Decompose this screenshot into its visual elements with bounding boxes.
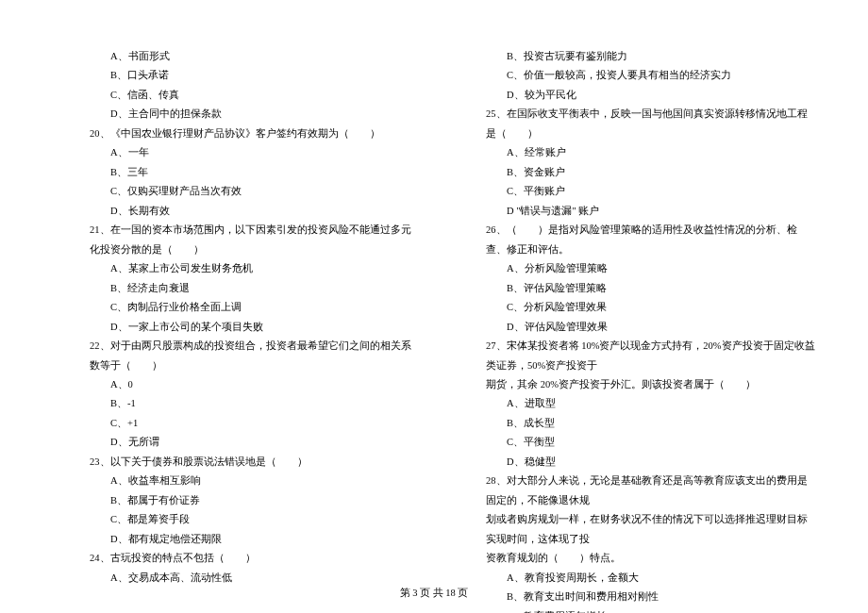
q19-opt-b: B、口头承诺	[90, 66, 420, 85]
q24-stem: 24、古玩投资的特点不包括（ ）	[90, 549, 420, 568]
q24-opt-b: B、投资古玩要有鉴别能力	[486, 47, 816, 66]
q20-opt-a: A、一年	[90, 143, 420, 162]
q20-opt-c: C、仅购买理财产品当次有效	[90, 182, 420, 201]
q23-opt-b: B、都属于有价证券	[90, 491, 420, 510]
q27-stem-l1: 27、宋体某投资者将 10%资产以现金方式持有，20%资产投资于固定收益类证券，…	[486, 337, 816, 375]
q23-opt-c: C、都是筹资手段	[90, 510, 420, 529]
q24-opt-c: C、价值一般较高，投资人要具有相当的经济实力	[486, 66, 816, 85]
q25-opt-c: C、平衡账户	[486, 182, 816, 201]
q26-opt-d: D、评估风险管理效果	[486, 318, 816, 337]
q24-opt-a: A、交易成本高、流动性低	[90, 569, 420, 588]
q21-stem: 21、在一国的资本市场范围内，以下因素引发的投资风险不能通过多元化投资分散的是（…	[90, 221, 420, 259]
page-footer: 第 3 页 共 18 页	[0, 587, 868, 600]
q19-opt-c: C、信函、传真	[90, 86, 420, 105]
q20-opt-d: D、长期有效	[90, 202, 420, 221]
q22-opt-a: A、0	[90, 375, 420, 394]
q19-opt-a: A、书面形式	[90, 47, 420, 66]
q25-stem: 25、在国际收支平衡表中，反映一国与他国间真实资源转移情况地工程是（ ）	[486, 105, 816, 143]
q21-opt-b: B、经济走向衰退	[90, 279, 420, 298]
q23-opt-a: A、收益率相互影响	[90, 472, 420, 490]
q20-opt-b: B、三年	[90, 163, 420, 182]
q21-opt-a: A、某家上市公司发生财务危机	[90, 259, 420, 278]
q25-opt-a: A、经常账户	[486, 143, 816, 162]
q28-stem-l1: 28、对大部分人来说，无论是基础教育还是高等教育应该支出的费用是固定的，不能像退…	[486, 472, 816, 510]
q28-opt-a: A、教育投资周期长，金额大	[486, 569, 816, 588]
q23-opt-d: D、都有规定地偿还期限	[90, 530, 420, 549]
q22-stem: 22、对于由两只股票构成的投资组合，投资者最希望它们之间的相关系数等于（ ）	[90, 337, 420, 375]
q21-opt-d: D、一家上市公司的某个项目失败	[90, 318, 420, 337]
q28-opt-c: C、教育费用逐年增长	[486, 607, 816, 613]
q28-stem-l2: 划或者购房规划一样，在财务状况不佳的情况下可以选择推迟理财目标实现时间，这体现了…	[486, 510, 816, 549]
q26-opt-b: B、评估风险管理策略	[486, 279, 816, 298]
left-column: A、书面形式 B、口头承诺 C、信函、传真 D、主合同中的担保条款 20、《中国…	[90, 47, 420, 613]
q23-stem: 23、以下关于债券和股票说法错误地是（ ）	[90, 453, 420, 472]
right-column: B、投资古玩要有鉴别能力 C、价值一般较高，投资人要具有相当的经济实力 D、较为…	[486, 47, 816, 613]
q27-opt-a: A、进取型	[486, 394, 816, 413]
q19-opt-d: D、主合同中的担保条款	[90, 105, 420, 124]
q27-opt-c: C、平衡型	[486, 433, 816, 452]
q21-opt-c: C、肉制品行业价格全面上调	[90, 298, 420, 317]
q28-stem-l3: 资教育规划的（ ）特点。	[486, 549, 816, 568]
q26-stem: 26、（ ）是指对风险管理策略的适用性及收益性情况的分析、检查、修正和评估。	[486, 221, 816, 259]
q25-opt-b: B、资金账户	[486, 163, 816, 182]
q22-opt-c: C、+1	[90, 414, 420, 433]
q26-opt-c: C、分析风险管理效果	[486, 298, 816, 317]
page-body: A、书面形式 B、口头承诺 C、信函、传真 D、主合同中的担保条款 20、《中国…	[0, 0, 868, 613]
q20-stem: 20、《中国农业银行理财产品协议》客户签约有效期为（ ）	[90, 124, 420, 143]
q24-opt-d: D、较为平民化	[486, 86, 816, 105]
q27-opt-d: D、稳健型	[486, 453, 816, 472]
q27-stem-l2: 期货，其余 20%资产投资于外汇。则该投资者属于（ ）	[486, 375, 816, 394]
q27-opt-b: B、成长型	[486, 414, 816, 433]
q25-opt-d: D "错误与遗漏" 账户	[486, 202, 816, 221]
q22-opt-b: B、-1	[90, 394, 420, 413]
q22-opt-d: D、无所谓	[90, 433, 420, 452]
q26-opt-a: A、分析风险管理策略	[486, 259, 816, 278]
